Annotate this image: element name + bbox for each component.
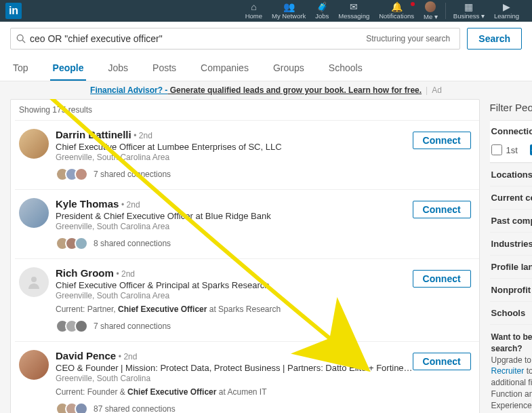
search-input[interactable] — [30, 33, 366, 44]
nav-home[interactable]: ⌂Home — [241, 2, 267, 20]
filter-connections-toggle[interactable]: Connections ⌃ — [490, 121, 532, 142]
shared-connections[interactable]: 8 shared connections — [94, 239, 171, 248]
avatar[interactable] — [19, 350, 49, 380]
nav-jobs[interactable]: 🧳Jobs — [310, 2, 333, 20]
shared-connections[interactable]: 87 shared connections — [94, 404, 176, 413]
nav-business[interactable]: ▦Business ▾ — [449, 2, 489, 20]
nav-me[interactable]: Me ▾ — [419, 1, 443, 20]
person-icon — [26, 274, 42, 290]
chat-icon: ✉ — [338, 2, 369, 12]
results-count: Showing 175 results — [11, 100, 479, 120]
connection-degree: • 2nd — [119, 352, 138, 361]
result-row: Rich Groom • 2nd Chief Executive Officer… — [15, 258, 479, 341]
result-row: David Pence • 2nd CEO & Founder | Missio… — [15, 341, 479, 413]
tab-companies[interactable]: Companies — [198, 56, 251, 81]
upsell-box: Want to better focus your search? Upgrad… — [490, 324, 532, 412]
checkbox-1st[interactable]: 1st — [491, 144, 518, 155]
home-icon: ⌂ — [245, 2, 262, 12]
result-name[interactable]: Kyle Thomas — [56, 198, 119, 210]
current-position: Current: Partner, Chief Executive Office… — [56, 304, 413, 314]
result-title: President & Chief Executive Officer at B… — [56, 211, 413, 221]
connect-button[interactable]: Connect — [413, 353, 471, 370]
promo-lead[interactable]: Financial Advisor? - — [90, 85, 167, 95]
connect-button[interactable]: Connect — [413, 201, 471, 218]
avatar-small-icon — [425, 1, 436, 12]
shared-connections[interactable]: 7 shared connections — [94, 170, 171, 179]
bell-icon: 🔔 — [379, 2, 414, 12]
result-name[interactable]: David Pence — [56, 350, 116, 361]
structuring-search-link[interactable]: Structuring your search — [366, 34, 450, 43]
tab-people[interactable]: People — [50, 56, 87, 81]
people-icon: 👥 — [272, 2, 306, 12]
svg-point-2 — [31, 277, 37, 282]
search-row: Structuring your search Search — [0, 22, 532, 56]
result-name[interactable]: Rich Groom — [56, 267, 114, 279]
shared-avatars[interactable] — [56, 168, 88, 181]
current-position: Current: Founder & Chief Executive Offic… — [56, 387, 413, 397]
result-location: Greenville, South Carolina — [56, 374, 413, 383]
connect-button[interactable]: Connect — [413, 270, 471, 288]
grid-icon: ▦ — [453, 2, 485, 12]
shared-connections[interactable]: 7 shared connections — [94, 321, 171, 331]
filter-sidebar: Filter People by Connections ⌃ 1st 2nd 3… — [490, 99, 532, 413]
briefcase-icon: 🧳 — [315, 2, 329, 12]
svg-line-1 — [22, 40, 25, 43]
top-nav: in ⌂Home 👥My Network 🧳Jobs ✉Messaging 🔔N… — [0, 0, 532, 22]
nav-learning[interactable]: ▶Learning — [489, 2, 524, 20]
tab-schools[interactable]: Schools — [326, 56, 365, 81]
shared-avatars[interactable] — [56, 402, 88, 413]
result-location: Greenville, South Carolina Area — [56, 291, 413, 300]
tab-groups[interactable]: Groups — [270, 56, 307, 81]
shared-avatars[interactable] — [56, 319, 88, 333]
nav-network[interactable]: 👥My Network — [267, 2, 310, 20]
result-location: Greenville, South Carolina Area — [56, 222, 413, 231]
result-name[interactable]: Darrin Battinelli — [56, 129, 131, 140]
nav-divider — [445, 3, 446, 19]
tab-jobs[interactable]: Jobs — [105, 56, 131, 81]
avatar[interactable] — [19, 267, 49, 297]
result-row: Darrin Battinelli • 2nd Chief Executive … — [15, 120, 479, 189]
search-button[interactable]: Search — [467, 28, 522, 50]
filter-industries[interactable]: Industries⌄ — [490, 232, 532, 255]
result-title: Chief Executive Officer at Lumbee Enterp… — [56, 142, 413, 152]
ad-label: Ad — [432, 85, 442, 95]
search-icon — [16, 34, 26, 43]
recruiter-link[interactable]: Recruiter — [491, 366, 525, 376]
search-box[interactable]: Structuring your search — [10, 28, 460, 50]
filter-nonprofit[interactable]: Nonprofit interests⌄ — [490, 278, 532, 301]
tab-top[interactable]: Top — [10, 56, 31, 81]
filter-locations[interactable]: Locations⌄ — [490, 163, 532, 186]
shared-avatars[interactable] — [56, 237, 88, 250]
connect-button[interactable]: Connect — [413, 132, 471, 149]
filter-heading: Filter People by — [490, 99, 532, 120]
svg-point-0 — [17, 35, 23, 41]
result-title: CEO & Founder | Mission: Protect Data, P… — [56, 363, 413, 373]
result-location: Greenville, South Carolina Area — [56, 153, 413, 162]
connection-degree: • 2nd — [116, 269, 135, 279]
connection-degree: • 2nd — [134, 131, 152, 140]
filter-profile-language[interactable]: Profile language⌄ — [490, 255, 532, 278]
linkedin-logo[interactable]: in — [5, 3, 22, 19]
results-panel: Showing 175 results Darrin Battinelli • … — [10, 99, 480, 413]
connection-degree: • 2nd — [121, 200, 140, 210]
nav-messaging[interactable]: ✉Messaging — [333, 2, 374, 20]
search-tabs: Top People Jobs Posts Companies Groups S… — [0, 56, 532, 81]
tab-posts[interactable]: Posts — [150, 56, 179, 81]
nav-notifications[interactable]: 🔔Notifications — [374, 2, 419, 20]
filter-past-companies[interactable]: Past companies⌄ — [490, 209, 532, 232]
sponsored-promo[interactable]: Financial Advisor? - Generate qualified … — [0, 81, 532, 99]
play-icon: ▶ — [494, 2, 519, 12]
result-row: Kyle Thomas • 2nd President & Chief Exec… — [15, 189, 479, 258]
avatar[interactable] — [19, 129, 49, 159]
avatar[interactable] — [19, 198, 49, 228]
promo-text: Generate qualified leads and grow your b… — [167, 85, 422, 95]
filter-current-companies[interactable]: Current companies⌄ — [490, 186, 532, 209]
filter-schools[interactable]: Schools⌄ — [490, 301, 532, 324]
result-title: Chief Executive Officer & Principal at S… — [56, 280, 413, 290]
